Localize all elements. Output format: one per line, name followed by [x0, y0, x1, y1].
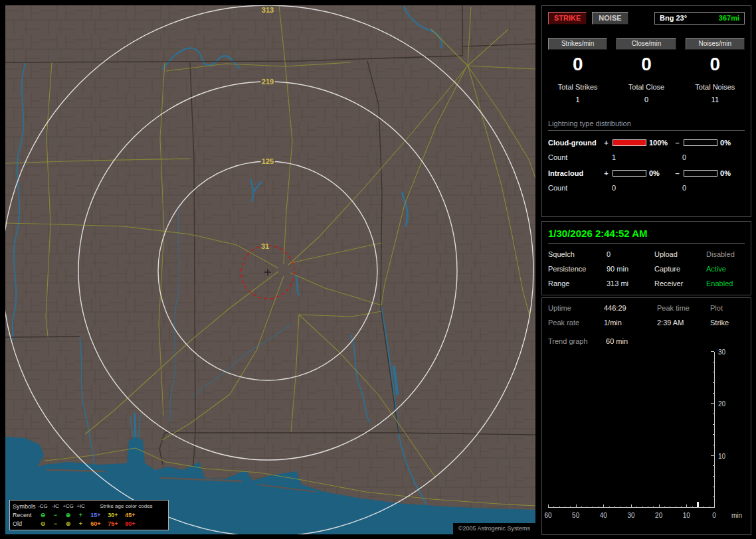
cloud-ground-positive-count: 1	[612, 153, 682, 161]
noise-mode-button[interactable]: NOISE	[592, 12, 628, 25]
age-15: 15+	[87, 512, 104, 518]
receiver-label: Receiver	[654, 279, 706, 287]
intracloud-row: Intracloud + 0% – 0%	[548, 169, 745, 177]
legend-col-neg-cg: -CG	[37, 503, 49, 509]
intracloud-negative-bar	[684, 170, 717, 177]
pos-ic-old-icon: +	[74, 520, 87, 527]
cloud-ground-label: Cloud-ground	[548, 139, 603, 147]
noises-per-min-button[interactable]: Noises/min	[686, 38, 745, 50]
legend-col-pos-cg: +CG	[62, 503, 74, 509]
intracloud-positive-bar	[613, 170, 646, 177]
cloud-ground-row: Cloud-ground + 100% – 0%	[548, 139, 745, 147]
cloud-ground-positive-bar	[613, 139, 646, 146]
bearing-label: Bng 23°	[660, 14, 687, 22]
mode-row: STRIKE NOISE Bng 23° 367mi	[548, 12, 745, 25]
stats-grid: Uptime 446:29 Peak time Plot Peak rate 1…	[548, 304, 745, 327]
plot-value: Strike	[710, 319, 745, 327]
trend-panel: Uptime 446:29 Peak time Plot Peak rate 1…	[541, 297, 751, 535]
range-label-219: 219	[262, 78, 274, 86]
strikes-per-min-value: 0	[548, 54, 607, 75]
plot-label: Plot	[710, 304, 745, 312]
legend-symbols-header: Symbols	[13, 503, 37, 510]
peak-rate-value: 1/min	[604, 319, 657, 327]
peak-time-label: Peak time	[657, 304, 710, 312]
close-per-min-button[interactable]: Close/min	[616, 38, 676, 50]
intracloud-positive-pct: 0%	[649, 169, 674, 177]
intracloud-count-row: Count 0 0	[548, 184, 745, 192]
plus-sign: +	[603, 139, 611, 147]
neg-cg-old-icon: ⊖	[37, 520, 49, 527]
datetime: 1/30/2026 2:44:52 AM	[548, 228, 745, 239]
strikes-counter: Strikes/min 0 Total Strikes 1	[548, 38, 607, 104]
close-counter: Close/min 0 Total Close 0	[616, 38, 676, 104]
capture-status: Active	[706, 265, 745, 273]
legend-recent-row: Recent ⊖ − ⊕ + 15+ 30+ 45+	[13, 510, 165, 519]
uptime-value: 446:29	[604, 304, 657, 312]
upload-label: Upload	[654, 250, 706, 258]
copyright-notice: ©2005 Astrogenic Systems	[453, 523, 535, 534]
peak-rate-label: Peak rate	[548, 319, 604, 327]
age-75: 75+	[104, 520, 122, 527]
range-label-31: 31	[261, 242, 269, 250]
legend-header-row: Symbols -CG -IC +CG +IC Strike age color…	[13, 502, 165, 510]
trend-chart: 6050403020100min102030	[548, 352, 745, 520]
intracloud-label: Intracloud	[548, 169, 603, 177]
age-90: 90+	[122, 520, 139, 527]
total-strikes-label: Total Strikes	[548, 83, 607, 91]
strikes-per-min-button[interactable]: Strikes/min	[548, 38, 607, 50]
plus-sign: +	[603, 169, 611, 177]
cloud-ground-negative-bar	[684, 139, 717, 146]
trend-window-value: 60 min	[606, 337, 628, 345]
range-value: 313 mi	[607, 279, 654, 287]
distribution-title: Lightning type distribution	[548, 119, 745, 131]
range-label-313: 313	[262, 6, 274, 14]
strike-mode-button[interactable]: STRIKE	[548, 12, 587, 25]
strike-legend: Symbols -CG -IC +CG +IC Strike age color…	[9, 500, 169, 530]
noises-counter: Noises/min 0 Total Noises 11	[686, 38, 745, 104]
cloud-ground-positive-pct: 100%	[649, 139, 674, 147]
count-label: Count	[548, 153, 612, 161]
squelch-label: Squelch	[548, 250, 607, 258]
pos-cg-recent-icon: ⊕	[62, 512, 74, 518]
age-45: 45+	[122, 512, 139, 518]
pos-cg-old-icon: ⊕	[62, 520, 74, 527]
intracloud-positive-count: 0	[612, 184, 682, 192]
legend-recent-label: Recent	[13, 512, 37, 518]
total-noises-value: 11	[686, 96, 745, 104]
minus-sign: –	[674, 169, 682, 177]
cloud-ground-negative-pct: 0%	[720, 139, 745, 147]
squelch-value: 0	[607, 250, 654, 258]
persistence-value: 90 min	[607, 265, 654, 273]
pos-ic-recent-icon: +	[74, 512, 87, 518]
counter-grid: Strikes/min 0 Total Strikes 1 Close/min …	[548, 38, 745, 104]
sidebar: STRIKE NOISE Bng 23° 367mi Strikes/min 0…	[541, 5, 751, 535]
map-panel[interactable]: 313 219 125 31 Symbols -CG -IC +CG +IC S…	[5, 5, 535, 534]
legend-col-pos-ic: +IC	[74, 503, 87, 509]
intracloud-negative-count: 0	[682, 184, 745, 192]
total-close-label: Total Close	[616, 83, 676, 91]
legend-age-header: Strike age color codes	[87, 503, 165, 509]
range-label-125: 125	[262, 157, 274, 165]
receiver-status: Enabled	[706, 279, 745, 287]
cloud-ground-count-row: Count 1 0	[548, 153, 745, 161]
close-per-min-value: 0	[616, 54, 676, 75]
legend-col-neg-ic: -IC	[49, 503, 62, 509]
uptime-label: Uptime	[548, 304, 604, 312]
bar-fill	[613, 140, 646, 145]
total-close-value: 0	[616, 96, 676, 104]
trend-row: Trend graph 60 min	[548, 337, 745, 345]
range-label: Range	[548, 279, 607, 287]
legend-old-label: Old	[13, 520, 37, 527]
bearing-distance: 367mi	[719, 14, 739, 22]
noises-per-min-value: 0	[686, 54, 745, 75]
neg-ic-recent-icon: −	[49, 512, 62, 518]
neg-ic-old-icon: −	[49, 520, 62, 527]
peak-time-value: 2:39 AM	[657, 319, 710, 327]
capture-label: Capture	[654, 265, 706, 273]
upload-status: Disabled	[706, 250, 745, 258]
cloud-ground-negative-count: 0	[682, 153, 745, 161]
neg-cg-recent-icon: ⊖	[37, 512, 49, 518]
count-label: Count	[548, 184, 612, 192]
divider	[548, 243, 745, 244]
bearing-display: Bng 23° 367mi	[654, 12, 745, 25]
